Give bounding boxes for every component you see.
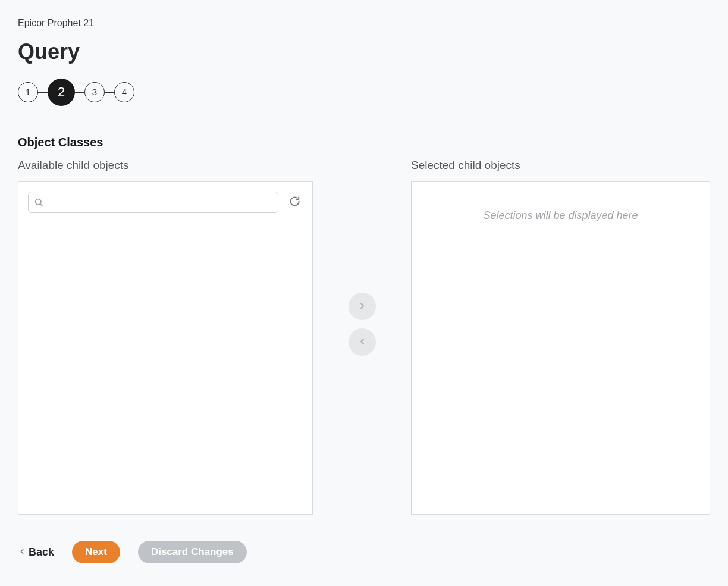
chevron-left-icon <box>357 337 367 348</box>
move-left-button[interactable] <box>349 328 376 356</box>
section-title: Object Classes <box>18 136 710 149</box>
stepper-connector <box>75 92 84 93</box>
stepper-connector <box>105 92 114 93</box>
page-title: Query <box>18 39 710 64</box>
step-4[interactable]: 4 <box>114 82 134 102</box>
step-1[interactable]: 1 <box>18 82 38 102</box>
back-button[interactable]: Back <box>18 546 54 559</box>
selected-panel: Selections will be displayed here <box>411 181 710 515</box>
reload-button[interactable] <box>287 193 303 211</box>
next-button[interactable]: Next <box>72 541 120 563</box>
selected-label: Selected child objects <box>411 159 710 172</box>
step-3[interactable]: 3 <box>84 82 105 102</box>
breadcrumb-link[interactable]: Epicor Prophet 21 <box>18 18 94 29</box>
search-input[interactable] <box>28 192 278 213</box>
available-panel <box>18 181 313 515</box>
reload-icon <box>289 196 300 209</box>
move-right-button[interactable] <box>349 293 376 320</box>
discard-button[interactable]: Discard Changes <box>138 541 247 563</box>
step-2[interactable]: 2 <box>48 79 75 106</box>
chevron-left-icon <box>18 546 26 559</box>
chevron-right-icon <box>357 301 367 312</box>
stepper-connector <box>38 92 48 93</box>
back-label: Back <box>29 546 54 559</box>
available-label: Available child objects <box>18 159 313 172</box>
stepper: 1 2 3 4 <box>18 79 710 106</box>
empty-selection-message: Selections will be displayed here <box>412 182 710 222</box>
